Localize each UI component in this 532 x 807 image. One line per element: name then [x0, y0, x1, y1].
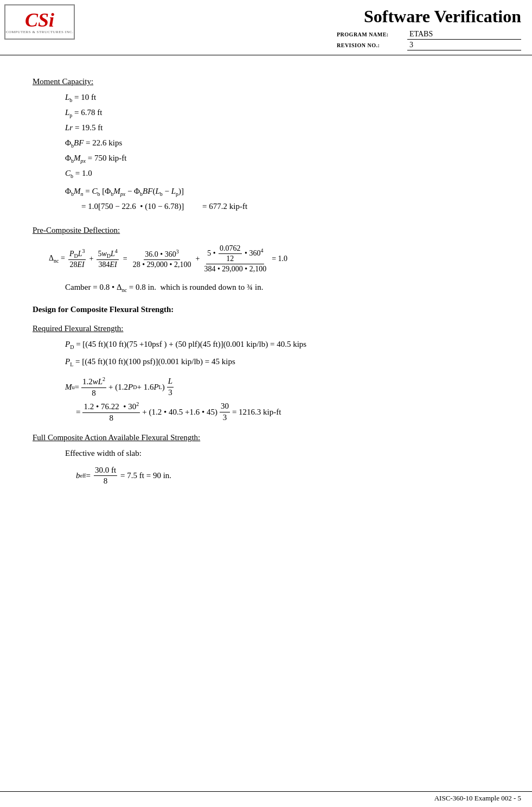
frac-num2-bot: 384 • 29,000 • 2,100	[203, 264, 267, 274]
frac-wd: 5wDL4 384EI	[97, 247, 118, 270]
lr-line: Lr = 19.5 ft	[65, 121, 499, 135]
revision-row: REVISION NO.: 3	[337, 41, 521, 50]
moment-vars: Lb = 10 ft Lp = 6.78 ft Lr = 19.5 ft ΦbB…	[65, 91, 499, 181]
cb-line: Cb = 1.0	[65, 167, 499, 181]
program-info: PROGRAM NAME: ETABS REVISION NO.: 3	[337, 30, 521, 52]
frac-wd-den: 384EI	[97, 260, 118, 270]
eff-width-text: Effective width of slab:	[65, 449, 142, 457]
mu-eval-frac-num: 1.2 • 76.22 • 302	[82, 401, 140, 413]
footer-text: AISC-360-10 Example 002 - 5	[434, 794, 521, 802]
mu-eval-frac2-num: 30	[220, 401, 230, 412]
frac-num1-bot: 28 • 29,000 • 2,100	[132, 260, 193, 270]
beff-formula: beff = 30.0 ft 8 = 7.5 ft = 90 in.	[76, 465, 499, 487]
mu-formula-row1: Mu = 1.2wL2 8 + (1.2PD + 1.6PL) L 3	[65, 376, 499, 398]
lb-line: Lb = 10 ft	[65, 91, 499, 105]
phi-mn-formula: ΦbMn = Cb [ΦbMpx − ΦbBF(Lb − Lp)] = 1.0[…	[65, 184, 499, 214]
frac-num1: 36.0 • 3603 28 • 29,000 • 2,100	[132, 248, 193, 270]
frac-pd-num: PDL3	[68, 247, 86, 260]
pre-composite-section: Pre-Composite Deflection: Δnc = PDL3 28E…	[33, 226, 499, 294]
mu-formula-row2: = 1.2 • 76.22 • 302 8 + (1.2 • 40.5 +1.6…	[76, 401, 499, 423]
composite-section: Design for Composite Flexural Strength: …	[33, 305, 499, 487]
mu-frac1-den: 8	[91, 388, 97, 399]
frac-num2-top: 5 • 0.0762 12 • 3604	[206, 244, 264, 264]
composite-title: Design for Composite Flexural Strength:	[33, 305, 499, 314]
revision-label: REVISION NO.:	[337, 42, 407, 48]
moment-capacity-section: Moment Capacity: Lb = 10 ft Lp = 6.78 ft…	[33, 77, 499, 214]
frac-num1-top: 36.0 • 3603	[144, 248, 180, 260]
full-composite-subsection: Full Composite Action Available Flexural…	[33, 433, 499, 487]
main-content: Moment Capacity: Lb = 10 ft Lp = 6.78 ft…	[0, 55, 532, 513]
logo-sub-text: COMPUTERS & STRUCTURES INC.	[6, 30, 74, 34]
program-value: ETABS	[407, 30, 521, 40]
camber-line: Camber = 0.8 • Δnc = 0.8 in. which is ro…	[65, 283, 499, 293]
logo-csi-text: CSi	[25, 10, 54, 30]
revision-value: 3	[407, 41, 521, 50]
inner-frac: 0.0762 12	[219, 244, 242, 264]
header-right: Software Verification PROGRAM NAME: ETAB…	[75, 4, 521, 52]
plus1: +	[89, 255, 93, 263]
inner-frac-num: 0.0762	[219, 244, 242, 254]
pre-composite-title: Pre-Composite Deflection:	[33, 226, 499, 235]
frac-pd-den: 28EI	[69, 260, 86, 270]
mu-eval-frac2-den: 3	[222, 412, 228, 423]
bottom-border	[0, 791, 532, 792]
beff-frac-den: 8	[102, 476, 109, 487]
mu-frac2: L 3	[167, 376, 174, 398]
mu-frac1: 1.2wL2 8	[81, 376, 106, 398]
lp-line: Lp = 6.78 ft	[65, 106, 499, 120]
plus2: +	[195, 255, 200, 263]
beff-result: = 7.5 ft = 90 in.	[120, 471, 171, 480]
beff-frac-num: 30.0 ft	[94, 465, 117, 476]
phimpx-line: ΦbMpx = 750 kip-ft	[65, 151, 499, 166]
pl-formula: PL = [(45 ft)(10 ft)(100 psf)](0.001 kip…	[65, 357, 235, 366]
header: CSi COMPUTERS & STRUCTURES INC. Software…	[0, 0, 532, 55]
logo: CSi COMPUTERS & STRUCTURES INC.	[4, 4, 75, 40]
footer: AISC-360-10 Example 002 - 5	[434, 794, 521, 803]
delta-formula: Δnc = PDL3 28EI + 5wDL4 384EI = 36.0 • 3…	[49, 244, 499, 275]
phi-mn-line2: = 1.0[750 − 22.6 • (10 − 6.78)] = 677.2 …	[81, 202, 247, 211]
mu-frac2-den: 3	[167, 387, 174, 398]
equals1: =	[123, 255, 127, 263]
mu-frac2-num: L	[167, 376, 174, 387]
program-label: PROGRAM NAME:	[337, 31, 407, 37]
pd-formula: PD = [(45 ft)(10 ft)(75 +10psf ) + (50 p…	[65, 340, 306, 348]
inner-frac-den: 12	[225, 254, 235, 264]
phibf-line: ΦbBF = 22.6 kips	[65, 136, 499, 150]
frac-pd: PDL3 28EI	[68, 247, 86, 270]
pl-line: PL = [(45 ft)(10 ft)(100 psf)](0.001 kip…	[65, 355, 499, 369]
phi-mn-line1: ΦbMn = Cb [ΦbMpx − ΦbBF(Lb − Lp)]	[65, 187, 184, 195]
pd-line: PD = [(45 ft)(10 ft)(75 +10psf ) + (50 p…	[65, 338, 499, 352]
full-composite-title: Full Composite Action Available Flexural…	[33, 433, 499, 442]
equals2: = 1.0	[272, 255, 287, 263]
mu-eval-frac: 1.2 • 76.22 • 302 8	[82, 401, 140, 423]
moment-capacity-title: Moment Capacity:	[33, 77, 499, 86]
frac-wd-num: 5wDL4	[97, 247, 118, 260]
frac-num2: 5 • 0.0762 12 • 3604 384 • 29,000 • 2,10…	[203, 244, 267, 275]
beff-frac: 30.0 ft 8	[94, 465, 117, 487]
delta-lhs: Δnc =	[49, 254, 65, 264]
req-strength-title: Required Flexural Strength:	[33, 324, 499, 333]
mu-frac1-num: 1.2wL2	[81, 376, 106, 388]
page-title: Software Verification	[364, 7, 521, 27]
program-name-row: PROGRAM NAME: ETABS	[337, 30, 521, 40]
eff-width-label: Effective width of slab:	[65, 447, 499, 461]
mu-eval-frac-den: 8	[108, 413, 115, 424]
mu-eval-frac2: 30 3	[220, 401, 230, 423]
